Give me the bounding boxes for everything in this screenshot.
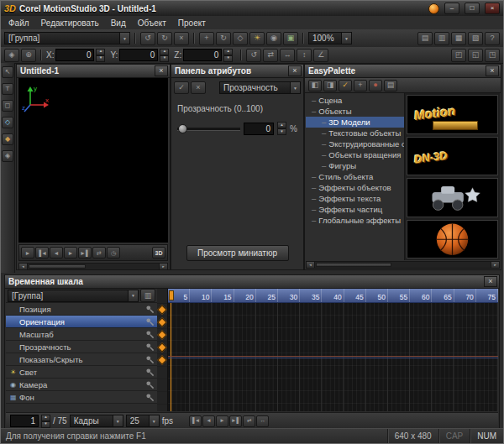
track-transparency[interactable] [157, 342, 167, 354]
minimize-button[interactable]: – [444, 3, 459, 14]
thumbnail-dn3d-model[interactable]: DN-3D [407, 137, 498, 176]
track-light[interactable]: ☀ Свет [6, 366, 157, 379]
select-tool-icon[interactable]: ↖ [2, 66, 13, 78]
track-scale[interactable]: Масштаб [6, 328, 157, 341]
time-button[interactable]: ◷ [107, 247, 120, 259]
pin-icon[interactable] [145, 305, 155, 314]
transparency-stepper[interactable] [277, 122, 286, 135]
help-icon[interactable]: ? [485, 32, 500, 45]
angle-icon[interactable]: ∠ [313, 49, 328, 62]
layout-quad-icon[interactable]: ▦ [451, 32, 466, 45]
render-icon[interactable]: ▣ [283, 32, 298, 45]
coordinate-stepper[interactable] [96, 49, 105, 62]
timeline-ruler[interactable]: 51015202530354045505560657075 [168, 289, 498, 303]
maximize-button[interactable]: □ [465, 3, 480, 14]
loop-playback-button[interactable]: ⇄ [92, 247, 106, 259]
delete-icon[interactable]: × [174, 32, 189, 45]
eyedropper-tool-icon[interactable]: ◈ [2, 150, 13, 162]
move-horizontal-icon[interactable]: ↔ [280, 49, 295, 62]
track-background[interactable]: ▦ Фон [6, 391, 157, 404]
rotate-tool-icon[interactable]: ↻ [216, 32, 231, 45]
tree-objects[interactable]: Объекты [306, 106, 404, 117]
track-background[interactable] [157, 392, 167, 405]
track-position[interactable]: Позиция [6, 303, 157, 316]
coordinate-input[interactable]: 0 [119, 49, 158, 61]
perspective-icon[interactable]: ◳ [485, 49, 500, 62]
link-axes-icon[interactable]: ◈ [4, 49, 19, 62]
thumbnail-motion-model[interactable]: Motion [407, 95, 498, 134]
close-icon[interactable]: × [484, 276, 497, 287]
playhead-marker[interactable] [169, 290, 174, 300]
undo-icon[interactable]: ↺ [140, 32, 155, 45]
reset-transform-icon[interactable]: ↺ [246, 49, 261, 62]
track-display-icon[interactable]: ▥ [140, 289, 155, 302]
close-window-button[interactable]: × [485, 3, 500, 14]
layout-single-icon[interactable]: ▤ [417, 32, 433, 45]
tree-extruded-objects[interactable]: Экструдированные объекты [306, 138, 404, 149]
thumbnail-vehicle-model[interactable] [407, 178, 498, 217]
viewport-hscrollbar[interactable] [18, 263, 168, 270]
move-tool-icon[interactable]: + [199, 32, 214, 45]
pin-icon[interactable] [145, 330, 155, 339]
track-orientation[interactable]: Ориентация [6, 316, 157, 328]
dock-left-icon[interactable]: ◧ [308, 80, 322, 91]
pin-icon[interactable] [145, 317, 155, 326]
pin-icon[interactable] [145, 368, 155, 377]
zoom-dropdown[interactable]: 100% [308, 32, 352, 44]
confirm-icon[interactable]: ✓ [174, 81, 189, 94]
add-entry-icon[interactable]: + [354, 80, 367, 91]
dock-right-icon[interactable]: ◨ [323, 80, 337, 91]
menu-project[interactable]: Проект [172, 16, 212, 29]
prev-frame-button[interactable]: ◄ [50, 247, 63, 259]
grid-view-icon[interactable]: ◰ [451, 49, 466, 62]
track-show-hide[interactable]: Показать/Скрыть [6, 353, 157, 366]
last-frame-button[interactable]: ►▌ [78, 247, 92, 259]
loop-range-icon[interactable]: ⇄ [243, 415, 255, 427]
tree-3d-models[interactable]: 3D Модели [306, 117, 404, 128]
coordinate-input[interactable]: 0 [55, 49, 94, 61]
close-icon[interactable]: × [155, 65, 168, 76]
swap-axes-icon[interactable]: ⇄ [263, 49, 278, 62]
track-position[interactable] [157, 304, 167, 316]
timeline-group-dropdown[interactable]: [Группа] [8, 290, 139, 302]
tree-shapes[interactable]: Фигуры [306, 160, 404, 171]
coordinate-stepper[interactable] [160, 49, 169, 62]
transparency-slider[interactable] [177, 124, 240, 133]
track-scale[interactable] [157, 329, 167, 342]
thumbnail-basketball-model[interactable] [407, 220, 498, 259]
coordinate-stepper[interactable] [223, 49, 233, 62]
track-show-hide[interactable] [157, 354, 167, 367]
next-frame-button[interactable]: ► [64, 247, 77, 259]
play-button[interactable]: ► [21, 247, 34, 259]
move-vertical-icon[interactable]: ↕ [297, 49, 312, 62]
scale-tool-icon[interactable]: ◇ [233, 32, 248, 45]
tree-scene[interactable]: Сцена [306, 95, 404, 106]
apply-gold-icon[interactable]: ✓ [339, 80, 352, 91]
material-tool-icon[interactable]: ◇ [2, 117, 13, 128]
close-icon[interactable]: × [288, 65, 302, 76]
track-orientation[interactable] [157, 316, 167, 329]
viewport-canvas[interactable]: y x z [18, 78, 168, 243]
tree-particle-effects[interactable]: Эффекты частиц [306, 204, 404, 215]
go-last-frame-icon[interactable]: ►▌ [229, 415, 242, 427]
tree-text-objects[interactable]: Текстовые объекты [306, 128, 404, 138]
tree-object-style[interactable]: Стиль объекта [306, 171, 404, 182]
fit-range-icon[interactable]: ↔ [256, 415, 269, 427]
toggle-3d-button[interactable]: 3D [152, 247, 165, 259]
go-first-frame-icon[interactable]: ▐◄ [189, 415, 202, 427]
snap-icon[interactable]: ◱ [468, 49, 483, 62]
coordinate-input[interactable]: 0 [183, 49, 222, 61]
cancel-icon[interactable]: × [191, 81, 206, 94]
tree-lathe-objects[interactable]: Объекты вращения [306, 149, 404, 160]
timeline-grid[interactable] [168, 303, 498, 411]
transparency-value-input[interactable]: 0 [244, 123, 274, 135]
tree-text-effects[interactable]: Эффекты текста [306, 193, 404, 204]
current-frame-input[interactable]: 1 [10, 415, 39, 427]
light-icon[interactable]: ☀ [249, 32, 265, 45]
layout-split-icon[interactable]: ▥ [434, 32, 449, 45]
group-dropdown[interactable]: [Группа] [4, 32, 130, 44]
camera-icon[interactable]: ◉ [266, 32, 281, 45]
preview-thumbnails-button[interactable]: Просмотр миниатюр [186, 245, 289, 261]
track-light[interactable] [157, 367, 167, 379]
menu-object[interactable]: Объект [132, 16, 172, 29]
